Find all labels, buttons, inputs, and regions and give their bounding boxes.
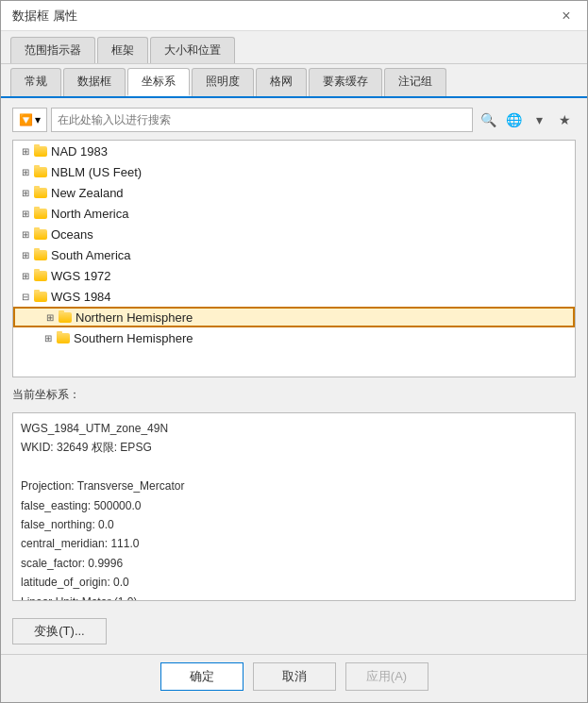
folder-icon-wgs1972: [34, 271, 47, 281]
tree-item-newzealand[interactable]: ⊞ New Zealand: [13, 182, 575, 203]
apply-button[interactable]: 应用(A): [345, 662, 428, 691]
tab-range-indicator[interactable]: 范围指示器: [10, 37, 95, 63]
tree-label-oceans: Oceans: [51, 227, 93, 242]
folder-icon-oceans: [34, 229, 47, 240]
dialog: 数据框 属性 × 范围指示器 框架 大小和位置 常规 数据框 坐标系 照明度 格…: [0, 0, 588, 703]
coord-line1: WGS_1984_UTM_zone_49N: [21, 419, 567, 438]
tree-item-nblm[interactable]: ⊞ NBLM (US Feet): [13, 161, 575, 182]
expand-icon-southamerica[interactable]: ⊞: [19, 248, 32, 261]
folder-icon-nad1983: [34, 146, 47, 157]
tab-feature-cache[interactable]: 要素缓存: [309, 68, 382, 96]
tab-annotation[interactable]: 注记组: [384, 68, 446, 96]
expand-icon-southern[interactable]: ⊞: [42, 331, 55, 344]
tree-item-northern-hemisphere[interactable]: ⊞ Northern Hemisphere: [13, 307, 575, 327]
tab-frame[interactable]: 框架: [97, 37, 148, 63]
tree-label-nblm: NBLM (US Feet): [51, 165, 142, 179]
tab-lighting[interactable]: 照明度: [192, 68, 254, 96]
tree-label-newzealand: New Zealand: [51, 186, 124, 200]
tab-dataframe[interactable]: 数据框: [63, 68, 126, 96]
tab-coordinate[interactable]: 坐标系: [127, 68, 190, 96]
cancel-button[interactable]: 取消: [253, 662, 336, 691]
tree-label-wgs1972: WGS 1972: [51, 269, 111, 283]
tree-label-southamerica: South America: [51, 248, 131, 262]
convert-button[interactable]: 变换(T)...: [12, 618, 107, 644]
tree-label-southern: Southern Hemisphere: [74, 331, 193, 345]
coord-line9: latitude_of_origin: 0.0: [21, 573, 567, 592]
coord-info-panel: WGS_1984_UTM_zone_49N WKID: 32649 权限: EP…: [12, 412, 576, 601]
coord-line10: Linear Unit: Meter (1.0): [21, 593, 567, 601]
tabs-row2: 常规 数据框 坐标系 照明度 格网 要素缓存 注记组: [1, 64, 587, 98]
expand-icon-northamerica[interactable]: ⊞: [19, 207, 32, 220]
tree-label-northern: Northern Hemisphere: [76, 310, 193, 325]
ok-button[interactable]: 确定: [160, 662, 244, 691]
section-label: 当前坐标系：: [12, 387, 576, 403]
expand-icon-northern[interactable]: ⊞: [43, 310, 57, 324]
folder-icon-newzealand: [34, 188, 47, 198]
filter-icon: 🔽: [19, 113, 33, 126]
coord-line5: false_easting: 500000.0: [21, 496, 567, 515]
search-bar: 🔽 ▾ 🔍 🌐 ▾ ★: [12, 108, 576, 132]
coord-line7: central_meridian: 111.0: [21, 534, 567, 553]
dialog-title: 数据框 属性: [12, 8, 77, 25]
tree-item-wgs1984[interactable]: ⊟ WGS 1984: [13, 286, 575, 307]
tree-item-southern-hemisphere[interactable]: ⊞ Southern Hemisphere: [13, 327, 575, 348]
folder-icon-wgs1984: [34, 292, 47, 302]
globe-icon[interactable]: 🌐: [502, 109, 525, 131]
expand-icon-wgs1984[interactable]: ⊟: [19, 290, 32, 303]
tree-label-wgs1984: WGS 1984: [51, 290, 111, 304]
coordinate-tree[interactable]: ⊞ NAD 1983 ⊞ NBLM (US Feet) ⊞ New Zealan…: [12, 140, 576, 377]
footer-buttons: 确定 取消 应用(A): [1, 654, 587, 702]
expand-icon-oceans[interactable]: ⊞: [19, 227, 32, 241]
coord-line8: scale_factor: 0.9996: [21, 554, 567, 573]
search-button[interactable]: 🔍: [477, 109, 499, 131]
tab-size-position[interactable]: 大小和位置: [150, 37, 235, 63]
filter-button[interactable]: 🔽 ▾: [12, 108, 47, 132]
expand-icon-wgs1972[interactable]: ⊞: [19, 269, 32, 282]
expand-icon-nblm[interactable]: ⊞: [19, 165, 32, 178]
tabs-row1: 范围指示器 框架 大小和位置: [1, 31, 587, 64]
close-button[interactable]: ×: [557, 7, 576, 25]
tab-grid[interactable]: 格网: [256, 68, 307, 96]
search-input[interactable]: [51, 108, 473, 132]
tree-item-oceans[interactable]: ⊞ Oceans: [13, 224, 575, 244]
search-icons: 🔍 🌐 ▾ ★: [477, 109, 576, 131]
tree-item-northamerica[interactable]: ⊞ North America: [13, 203, 575, 224]
tree-label-northamerica: North America: [51, 207, 128, 221]
bottom-section: 变换(T)...: [1, 611, 587, 654]
tree-item-nad1983[interactable]: ⊞ NAD 1983: [13, 141, 575, 161]
content-area: 🔽 ▾ 🔍 🌐 ▾ ★ ⊞ NAD 1983 ⊞ NBL: [1, 98, 587, 611]
folder-icon-southern: [57, 333, 70, 343]
tree-item-wgs1972[interactable]: ⊞ WGS 1972: [13, 265, 575, 286]
expand-icon-nad1983[interactable]: ⊞: [19, 144, 32, 158]
tree-item-southamerica[interactable]: ⊞ South America: [13, 244, 575, 265]
filter-dropdown-arrow: ▾: [35, 113, 41, 126]
star-icon[interactable]: ★: [553, 109, 576, 131]
title-bar: 数据框 属性 ×: [1, 1, 587, 31]
folder-icon-southamerica: [34, 250, 47, 260]
folder-icon-northamerica: [34, 209, 47, 219]
folder-icon-northern: [59, 312, 72, 323]
coord-line6: false_northing: 0.0: [21, 515, 567, 534]
coord-line3: [21, 458, 567, 477]
coord-line2: WKID: 32649 权限: EPSG: [21, 438, 567, 457]
dropdown-icon[interactable]: ▾: [528, 109, 550, 131]
expand-icon-newzealand[interactable]: ⊞: [19, 186, 32, 199]
coord-line4: Projection: Transverse_Mercator: [21, 477, 567, 495]
tab-general[interactable]: 常规: [10, 68, 61, 96]
tree-label-nad1983: NAD 1983: [51, 144, 108, 159]
folder-icon-nblm: [34, 167, 47, 177]
